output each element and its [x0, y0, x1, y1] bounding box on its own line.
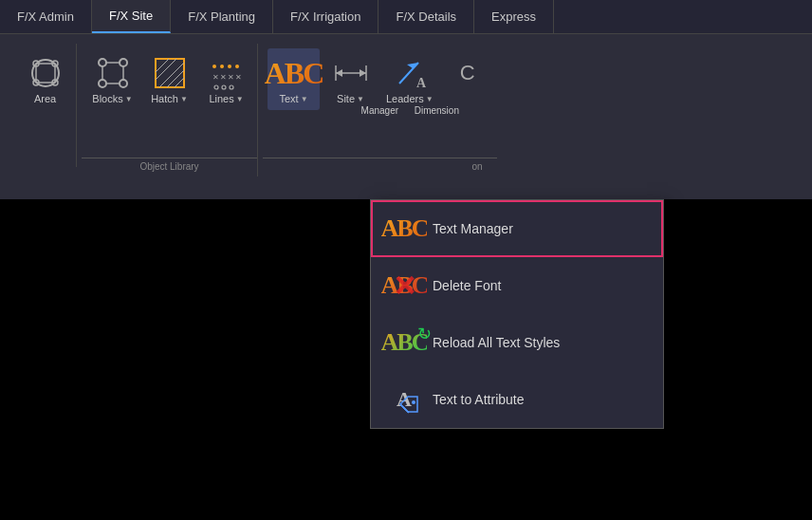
tab-bar: F/X Admin F/X Site F/X Planting F/X Irri…	[0, 0, 812, 34]
tab-fx-details[interactable]: F/X Details	[378, 0, 474, 33]
dropdown-text-manager[interactable]: ABC Text Manager	[371, 200, 663, 257]
object-library-label: Object Library	[82, 158, 257, 172]
svg-text:A: A	[416, 76, 427, 90]
ribbon-content: Area	[0, 34, 812, 199]
lines-icon: ✕ ✕ ✕ ✕	[207, 53, 247, 93]
svg-point-9	[99, 59, 106, 66]
svg-text:✕: ✕	[220, 73, 227, 82]
leaders-button[interactable]: A Leaders ▼	[381, 48, 438, 110]
svg-line-21	[167, 70, 184, 87]
svg-point-26	[235, 65, 239, 68]
svg-rect-17	[156, 59, 184, 87]
leaders-label: Leaders ▼	[386, 93, 434, 105]
blocks-button[interactable]: Blocks ▼	[86, 48, 138, 110]
site-dimension-label: Site ▼	[337, 93, 364, 105]
svg-text:✕: ✕	[212, 73, 219, 82]
svg-line-18	[156, 59, 169, 72]
lines-button[interactable]: ✕ ✕ ✕ ✕ Lines ▼	[200, 48, 252, 110]
partial-c-icon: C	[448, 53, 488, 93]
tab-fx-irrigation[interactable]: F/X Irrigation	[273, 0, 378, 33]
hatch-label: Hatch ▼	[151, 93, 188, 105]
leaders-icon: A	[390, 53, 430, 93]
hatch-button[interactable]: Hatch ▼	[143, 48, 195, 110]
svg-point-42	[412, 400, 415, 404]
dropdown-text-manager-icon: ABC	[387, 212, 421, 246]
ribbon: F/X Admin F/X Site F/X Planting F/X Irri…	[0, 0, 812, 199]
dropdown-delete-font-label: Delete Font	[433, 278, 501, 293]
svg-marker-36	[360, 69, 366, 77]
tab-fx-site[interactable]: F/X Site	[92, 0, 171, 33]
blocks-label: Blocks ▼	[92, 93, 132, 105]
tab-express[interactable]: Express	[474, 0, 554, 33]
svg-point-12	[120, 80, 127, 87]
area-button[interactable]: Area	[19, 48, 71, 110]
dropdown-reload-text-label: Reload All Text Styles	[433, 335, 560, 350]
svg-line-20	[159, 63, 184, 87]
dropdown-delete-font-icon: ABC ✕	[387, 269, 421, 303]
text-manager-icon: ABC	[274, 53, 314, 93]
svg-point-33	[230, 85, 233, 89]
site-dimension-button[interactable]: Site ▼	[324, 48, 377, 110]
dropdown-text-attribute-icon: A	[387, 382, 421, 417]
text-manager-label: Text ▼	[279, 93, 307, 105]
svg-point-31	[214, 85, 218, 89]
area-label: Area	[34, 93, 56, 105]
dropdown-text-attribute[interactable]: A Text to Attribute	[371, 371, 663, 428]
svg-marker-35	[336, 69, 342, 77]
svg-point-32	[222, 85, 226, 89]
svg-point-11	[99, 80, 106, 87]
dropdown-reload-text-icon: ABC ↻	[387, 325, 421, 360]
dropdown-text-manager-label: Text Manager	[433, 221, 513, 236]
dropdown-text-attribute-label: Text to Attribute	[433, 392, 525, 407]
dropdown-menu: ABC Text Manager ABC ✕ Delete Font ABC ↻…	[370, 199, 664, 429]
svg-point-10	[120, 59, 127, 66]
blocks-icon	[93, 53, 133, 93]
tab-fx-planting[interactable]: F/X Planting	[171, 0, 273, 33]
ion-label: on	[263, 158, 497, 172]
svg-point-24	[220, 65, 224, 68]
dropdown-reload-text[interactable]: ABC ↻ Reload All Text Styles	[371, 314, 663, 371]
svg-text:✕: ✕	[235, 73, 242, 82]
area-icon	[26, 53, 65, 93]
svg-line-22	[175, 78, 184, 87]
lines-label: Lines ▼	[209, 93, 243, 105]
dropdown-delete-font[interactable]: ABC ✕ Delete Font	[371, 257, 663, 314]
hatch-icon	[150, 53, 190, 93]
tab-fx-admin[interactable]: F/X Admin	[0, 0, 92, 33]
svg-point-23	[212, 65, 216, 68]
svg-point-25	[228, 65, 231, 68]
svg-text:✕: ✕	[228, 73, 234, 82]
site-dimension-icon	[331, 53, 371, 93]
partial-c-button[interactable]: C	[443, 48, 492, 110]
text-manager-button[interactable]: ABC Text ▼	[268, 48, 320, 110]
